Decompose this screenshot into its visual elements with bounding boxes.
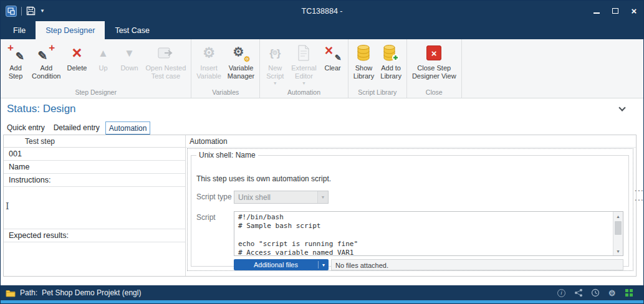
minimize-icon: [594, 12, 600, 14]
step-number-cell[interactable]: 001: [4, 148, 185, 161]
statusbar-icons: i ⚙: [557, 288, 643, 298]
script-label: Script: [196, 211, 234, 222]
text-cursor-pointer: I: [6, 201, 9, 211]
clear-button[interactable]: × ✎ Clear: [320, 41, 346, 88]
add-step-icon: + ✎: [7, 44, 24, 62]
maximize-icon: [612, 8, 618, 14]
group-label-close: Close: [407, 88, 461, 98]
script-type-select[interactable]: Unix shell ▼: [234, 191, 329, 204]
close-step-designer-view-button[interactable]: × Close Step Designer View: [409, 41, 459, 88]
additional-files-button[interactable]: Additional files ▼: [234, 259, 329, 270]
tab-detailed-entry[interactable]: Detailed entry: [50, 121, 103, 136]
variable-manager-icon: ⚙ ⚙: [233, 44, 250, 62]
minimize-button[interactable]: [587, 1, 606, 21]
database-plus-icon: [383, 44, 399, 62]
group-label-variables: Variables: [191, 88, 259, 98]
save-floppy-icon: [26, 6, 36, 16]
collapse-chevron-icon[interactable]: [618, 104, 625, 111]
instructions-entry-area[interactable]: [4, 187, 185, 229]
maximize-button[interactable]: [606, 1, 625, 21]
ribbon-group-variables: ⚙ Insert Variable ⚙ ⚙ Variable Manager V…: [191, 39, 260, 98]
delete-button[interactable]: × Delete: [64, 41, 90, 88]
new-script-icon: { } ⚙: [269, 48, 281, 59]
expected-results-label-cell[interactable]: Expected results:: [4, 229, 185, 242]
window-title: TC138884 -: [301, 1, 342, 21]
insert-variable-gear-icon: ⚙: [203, 46, 215, 60]
up-arrow-icon: ▲: [98, 48, 108, 59]
tab-quick-entry[interactable]: Quick entry: [4, 121, 48, 136]
delete-x-icon: ×: [72, 45, 82, 62]
add-condition-icon: + ✎: [37, 44, 55, 62]
insert-variable-button[interactable]: ⚙ Insert Variable: [193, 41, 224, 88]
ribbon-group-close: × Close Step Designer View Close: [407, 39, 462, 98]
ribbon-group-automation: { } ⚙ New Script ▼ External Editor ▼: [260, 39, 348, 98]
automation-column-header: Automation: [186, 135, 636, 148]
panel-resize-handle-icon[interactable]: ⋮⋮: [637, 186, 642, 205]
group-label-step-designer: Step Designer: [1, 88, 191, 98]
script-type-label: Script type: [196, 191, 234, 201]
show-library-button[interactable]: Show Library: [350, 41, 378, 88]
script-type-value: Unix shell: [234, 193, 317, 202]
save-button[interactable]: [26, 6, 36, 16]
info-icon[interactable]: i: [557, 288, 566, 298]
scrollbar-thumb[interactable]: [615, 221, 622, 235]
step-editor-grid: Test step 001 Name Instructions: Expecte…: [3, 135, 637, 277]
clear-icon: × ✎: [325, 45, 341, 61]
variable-manager-button[interactable]: ⚙ ⚙ Variable Manager: [224, 41, 257, 88]
up-button[interactable]: ▲ Up: [90, 41, 116, 88]
external-editor-doc-icon: [297, 45, 310, 61]
new-script-button[interactable]: { } ⚙ New Script ▼: [262, 41, 288, 88]
files-status-field: No files attached.: [331, 259, 623, 270]
automation-panel: Unix shell: Name This step uses its own …: [187, 148, 633, 271]
instructions-label-cell[interactable]: Instructions:: [4, 174, 185, 187]
group-label-script-library: Script Library: [348, 88, 406, 98]
history-icon[interactable]: [590, 288, 600, 298]
step-name-cell[interactable]: Name: [4, 161, 185, 174]
new-script-dropdown-icon: ▼: [273, 81, 277, 85]
status-title: Status: Design: [7, 103, 76, 115]
ribbon-group-step-designer: + ✎ Add Step + ✎ Add Condition × Delete …: [1, 39, 191, 98]
additional-files-row: Additional files ▼ No files attached.: [234, 259, 623, 270]
scrollbar-track[interactable]: [613, 221, 623, 247]
script-editor-box: #!/bin/bash # Sample bash script echo "s…: [234, 211, 623, 256]
close-button[interactable]: ×: [625, 1, 643, 21]
connection-status-icon[interactable]: [624, 288, 633, 298]
script-type-dropdown-icon[interactable]: ▼: [317, 191, 328, 203]
ribbon: + ✎ Add Step + ✎ Add Condition × Delete …: [1, 39, 643, 98]
tab-step-designer[interactable]: Step Designer: [36, 21, 105, 39]
test-step-column-header: Test step: [4, 135, 185, 148]
share-icon[interactable]: [574, 288, 583, 298]
automation-column: Automation Unix shell: Name This step us…: [186, 135, 636, 276]
window-glyph-icon: [7, 7, 15, 15]
status-section: Status: Design: [1, 98, 643, 121]
database-icon: [356, 44, 371, 62]
external-editor-button[interactable]: External Editor ▼: [288, 41, 319, 88]
tab-automation[interactable]: Automation: [105, 121, 151, 136]
settings-icon[interactable]: ⚙: [607, 288, 617, 298]
script-scrollbar[interactable]: ▲ ▼: [613, 212, 623, 255]
scroll-down-icon[interactable]: ▼: [613, 247, 623, 255]
expected-results-entry-area[interactable]: [4, 242, 185, 276]
tab-test-case[interactable]: Test Case: [105, 21, 160, 39]
app-icon[interactable]: [6, 6, 17, 17]
entry-tab-bar: Quick entry Detailed entry Automation: [4, 121, 150, 136]
tab-file[interactable]: File: [3, 21, 36, 39]
down-button[interactable]: ▼ Down: [116, 41, 142, 88]
path-value: Pet Shop Demo Projekt (engl): [42, 288, 141, 297]
script-type-row: Script type Unix shell ▼: [196, 191, 623, 204]
statusbar: Path: Pet Shop Demo Projekt (engl) i: [1, 285, 643, 300]
script-editor[interactable]: #!/bin/bash # Sample bash script echo "s…: [234, 212, 613, 255]
qat-customize-chevron-icon[interactable]: ▼: [40, 8, 45, 14]
group-label-automation: Automation: [260, 88, 347, 98]
toolbar-divider: [21, 7, 22, 16]
add-to-library-button[interactable]: Add to Library: [377, 41, 405, 88]
additional-files-dropdown-icon[interactable]: ▼: [319, 263, 329, 267]
open-nested-testcase-button[interactable]: Open Nested Test case: [142, 41, 189, 88]
script-row: Script #!/bin/bash # Sample bash script …: [196, 211, 623, 256]
add-step-button[interactable]: + ✎ Add Step: [2, 41, 29, 88]
test-step-column: Test step 001 Name Instructions: Expecte…: [4, 135, 186, 276]
groupbox-legend: Unix shell: Name: [196, 151, 258, 159]
scroll-up-icon[interactable]: ▲: [613, 212, 623, 221]
folder-icon: [6, 289, 16, 297]
add-condition-button[interactable]: + ✎ Add Condition: [29, 41, 64, 88]
